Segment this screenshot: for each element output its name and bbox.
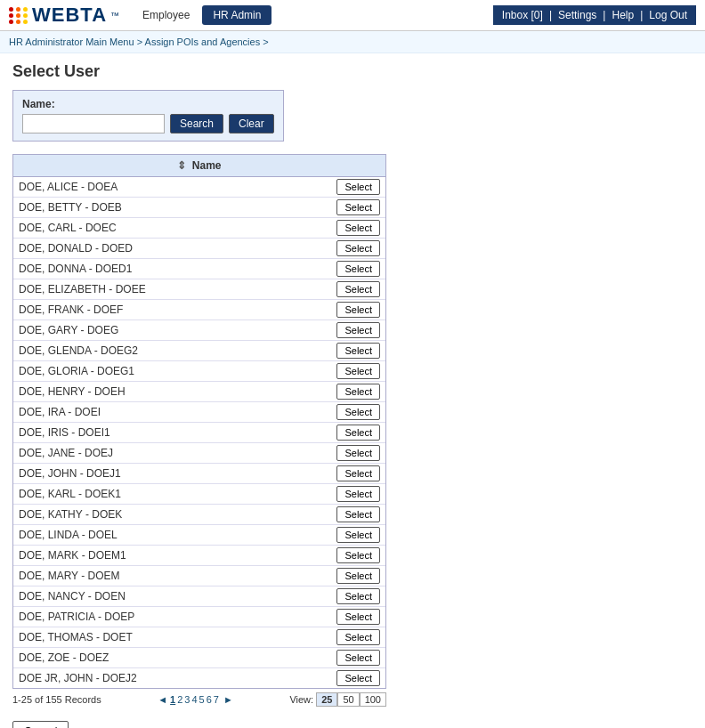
logo-dot-orange3 — [16, 20, 20, 24]
logo-dot-orange2 — [16, 13, 20, 18]
table-row: DOE, JOHN - DOEJ1Select — [13, 464, 385, 484]
select-button[interactable]: Select — [336, 343, 380, 359]
select-button[interactable]: Select — [336, 670, 380, 686]
select-button[interactable]: Select — [336, 650, 380, 666]
row-name: DOE, GLORIA - DOEG1 — [19, 363, 336, 379]
table-row: DOE, NANCY - DOENSelect — [13, 586, 385, 607]
select-button[interactable]: Select — [336, 445, 380, 461]
row-name: DOE, KARL - DOEK1 — [19, 486, 336, 502]
select-button[interactable]: Select — [336, 547, 380, 563]
select-button[interactable]: Select — [336, 588, 380, 604]
search-button[interactable]: Search — [170, 114, 223, 133]
table-row: DOE, GLENDA - DOEG2Select — [13, 341, 385, 361]
settings-link[interactable]: Settings — [558, 9, 596, 21]
row-name: DOE, FRANK - DOEF — [19, 302, 336, 318]
row-name: DOE, IRIS - DOEI1 — [19, 425, 336, 441]
row-name: DOE, HENRY - DOEH — [19, 384, 336, 400]
table-body: DOE, ALICE - DOEASelectDOE, BETTY - DOEB… — [13, 177, 385, 688]
clear-button[interactable]: Clear — [229, 114, 274, 133]
page-link[interactable]: 1 — [170, 694, 175, 705]
table-row: DOE, THOMAS - DOETSelect — [13, 627, 385, 648]
select-button[interactable]: Select — [336, 486, 380, 502]
cancel-button[interactable]: Cancel — [12, 721, 69, 728]
page-link[interactable]: 3 — [184, 694, 190, 705]
view-section: View: 2550100 — [289, 692, 386, 707]
row-name: DOE, KATHY - DOEK — [19, 506, 336, 522]
logo-dot-yellow3 — [23, 20, 28, 24]
page-link[interactable]: 2 — [177, 694, 182, 705]
table-row: DOE, ZOE - DOEZSelect — [13, 648, 385, 668]
column-name-label: Name — [192, 159, 222, 172]
select-button[interactable]: Select — [336, 629, 380, 645]
select-button[interactable]: Select — [336, 179, 380, 195]
page-link[interactable]: 4 — [191, 694, 197, 705]
row-name: DOE, GLENDA - DOEG2 — [19, 343, 336, 359]
table-row: DOE, ELIZABETH - DOEESelect — [13, 279, 385, 300]
select-button[interactable]: Select — [336, 404, 380, 420]
logo-dot-yellow2 — [23, 13, 28, 18]
row-name: DOE, JANE - DOEJ — [19, 445, 336, 461]
select-button[interactable]: Select — [336, 199, 380, 215]
row-name: DOE, CARL - DOEC — [19, 220, 336, 236]
select-button[interactable]: Select — [336, 302, 380, 318]
breadcrumb: HR Administrator Main Menu > Assign POIs… — [0, 31, 705, 53]
page-link[interactable]: 5 — [199, 694, 205, 705]
table-row: DOE, MARY - DOEMSelect — [13, 566, 385, 586]
view-option[interactable]: 50 — [337, 692, 359, 707]
logout-link[interactable]: Log Out — [649, 9, 687, 21]
table-row: DOE, IRIS - DOEI1Select — [13, 423, 385, 443]
select-button[interactable]: Select — [336, 527, 380, 543]
page-title: Select User — [12, 62, 693, 81]
search-box: Name: Search Clear — [12, 90, 284, 142]
select-button[interactable]: Select — [336, 384, 380, 400]
table-row: DOE, HENRY - DOEHSelect — [13, 382, 385, 402]
select-button[interactable]: Select — [336, 322, 380, 338]
view-option[interactable]: 25 — [316, 692, 337, 707]
breadcrumb-assign[interactable]: Assign POIs and Agencies — [145, 36, 261, 47]
page-link[interactable]: 6 — [207, 694, 212, 705]
logo-tm: ™ — [110, 11, 119, 20]
select-button[interactable]: Select — [336, 506, 380, 522]
breadcrumb-home[interactable]: HR Administrator Main Menu — [9, 36, 134, 47]
select-button[interactable]: Select — [336, 465, 380, 481]
table-header: ⇕ Name — [13, 155, 385, 177]
nav-tab-employee[interactable]: Employee — [132, 5, 200, 25]
row-name: DOE, PATRICIA - DOEP — [19, 609, 336, 625]
logo: WEBTA™ — [9, 4, 119, 27]
pagination-pages: ◄ 1234567 ► — [158, 694, 233, 705]
row-name: DOE, GARY - DOEG — [19, 322, 336, 338]
select-button[interactable]: Select — [336, 261, 380, 277]
row-name: DOE, THOMAS - DOET — [19, 629, 336, 645]
page-link[interactable]: 7 — [214, 694, 219, 705]
select-button[interactable]: Select — [336, 425, 380, 441]
table-row: DOE, JANE - DOEJSelect — [13, 443, 385, 464]
nav-tab-hradmin[interactable]: HR Admin — [202, 5, 271, 25]
header-right: Inbox [0] | Settings | Help | Log Out — [493, 5, 696, 25]
table-row: DOE, MARK - DOEM1Select — [13, 546, 385, 566]
main-content: Select User Name: Search Clear ⇕ Name DO… — [0, 53, 705, 728]
next-page[interactable]: ► — [223, 694, 233, 705]
table-row: DOE JR, JOHN - DOEJ2Select — [13, 668, 385, 688]
select-button[interactable]: Select — [336, 281, 380, 297]
search-input[interactable] — [22, 114, 165, 133]
table-row: DOE, DONNA - DOED1Select — [13, 259, 385, 279]
row-name: DOE JR, JOHN - DOEJ2 — [19, 670, 336, 686]
select-button[interactable]: Select — [336, 609, 380, 625]
row-name: DOE, ZOE - DOEZ — [19, 650, 336, 666]
help-link[interactable]: Help — [612, 9, 634, 21]
table-row: DOE, CARL - DOECSelect — [13, 218, 385, 239]
select-button[interactable]: Select — [336, 240, 380, 256]
inbox-link[interactable]: Inbox [0] — [502, 9, 543, 21]
select-button[interactable]: Select — [336, 568, 380, 584]
table-row: DOE, BETTY - DOEBSelect — [13, 198, 385, 218]
table-row: DOE, DONALD - DOEDSelect — [13, 239, 385, 259]
select-button[interactable]: Select — [336, 363, 380, 379]
select-button[interactable]: Select — [336, 220, 380, 236]
logo-dot-red3 — [9, 20, 13, 24]
nav-tabs: Employee HR Admin — [132, 5, 271, 25]
row-name: DOE, MARY - DOEM — [19, 568, 336, 584]
row-name: DOE, LINDA - DOEL — [19, 527, 336, 543]
prev-page[interactable]: ◄ — [158, 694, 167, 705]
view-option[interactable]: 100 — [360, 692, 386, 707]
table-row: DOE, GARY - DOEGSelect — [13, 320, 385, 341]
